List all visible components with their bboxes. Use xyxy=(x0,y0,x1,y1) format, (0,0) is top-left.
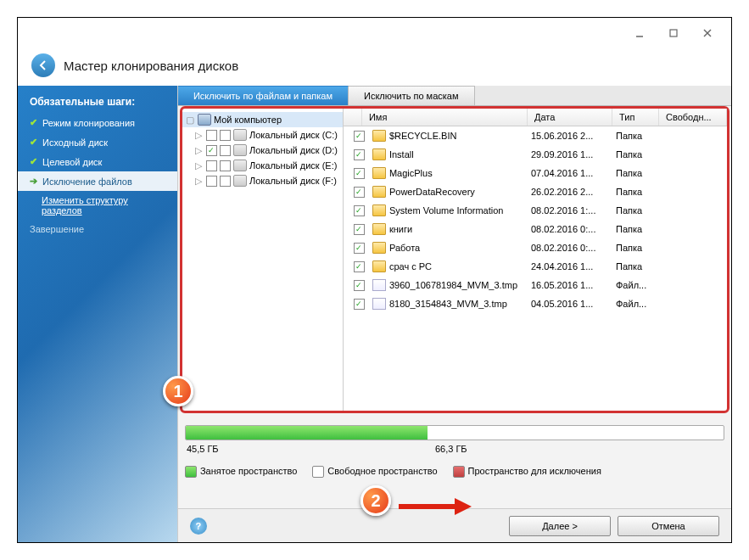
file-date: 29.09.2016 1... xyxy=(524,148,609,161)
maximize-button[interactable] xyxy=(657,23,690,43)
file-name: PowerDataRecovery xyxy=(389,187,475,197)
tree-drive-2[interactable]: ▷Локальный диск (E:) xyxy=(182,158,343,173)
tab-masks[interactable]: Исключить по маскам xyxy=(349,86,475,105)
checkbox[interactable]: ✓ xyxy=(354,261,365,272)
minimize-button[interactable] xyxy=(623,23,657,43)
file-date: 08.02.2016 0:... xyxy=(524,222,609,236)
sidebar-item-label: Целевой диск xyxy=(42,157,102,167)
checkbox[interactable]: ✓ xyxy=(354,168,365,179)
checkbox-2[interactable] xyxy=(220,160,231,171)
file-name: 3960_106781984_MVM_3.tmp xyxy=(389,280,517,290)
swatch-excl-icon xyxy=(453,466,465,478)
file-name: 8180_3154843_MVM_3.tmp xyxy=(389,299,507,309)
col-free[interactable]: Свободн... xyxy=(659,109,727,126)
expander-icon[interactable]: ▢ xyxy=(186,115,195,125)
col-name[interactable]: Имя xyxy=(362,109,528,126)
file-name: MagicPlus xyxy=(389,168,433,178)
file-icon xyxy=(372,298,386,310)
file-type: Файл... xyxy=(609,278,656,292)
disk-icon xyxy=(233,175,247,187)
file-type: Файл... xyxy=(609,297,656,311)
list-item[interactable]: ✓8180_3154843_MVM_3.tmp04.05.2016 1...Фа… xyxy=(344,294,727,313)
help-icon[interactable]: ? xyxy=(190,518,207,535)
tree-drive-1[interactable]: ▷✓Локальный диск (D:) xyxy=(182,143,343,158)
tree-drive-0[interactable]: ▷Локальный диск (C:) xyxy=(182,127,343,143)
expander-icon[interactable]: ▷ xyxy=(194,161,204,171)
sidebar-item-4[interactable]: Изменить структуру разделов xyxy=(18,191,177,220)
list-item[interactable]: ✓книги08.02.2016 0:...Папка xyxy=(344,220,727,238)
file-name: Install xyxy=(389,149,414,160)
sidebar-item-3[interactable]: ➔Исключение файлов xyxy=(18,171,177,191)
file-date: 24.04.2016 1... xyxy=(524,260,609,273)
checkbox-2[interactable] xyxy=(220,145,231,156)
used-label: 45,5 ГБ xyxy=(185,444,435,454)
list-item[interactable]: ✓System Volume Information08.02.2016 1:.… xyxy=(344,201,727,220)
list-item[interactable]: ✓$RECYCLE.BIN15.06.2016 2...Папка xyxy=(344,126,727,145)
list-item[interactable]: ✓срач с PC24.04.2016 1...Папка xyxy=(344,257,727,276)
content-panes: ▢ Мой компьютер ▷Локальный диск (C:)▷✓Ло… xyxy=(180,106,729,413)
drive-label: Локальный диск (F:) xyxy=(249,176,337,186)
file-date: 07.04.2016 1... xyxy=(524,166,609,180)
folder-icon xyxy=(372,204,386,216)
sidebar-item-0[interactable]: ✔Режим клонирования xyxy=(18,113,177,132)
drive-label: Локальный диск (D:) xyxy=(249,145,338,155)
back-button[interactable] xyxy=(31,53,55,77)
swatch-used-icon xyxy=(185,466,197,478)
main-panel: Исключить по файлам и папкам Исключить п… xyxy=(177,86,731,542)
checkbox[interactable]: ✓ xyxy=(354,280,365,291)
disk-icon xyxy=(233,144,247,156)
file-date: 15.06.2016 2... xyxy=(524,129,609,143)
checkbox[interactable]: ✓ xyxy=(354,205,365,216)
folder-icon xyxy=(372,167,386,179)
file-type: Папка xyxy=(609,204,656,217)
next-button[interactable]: Далее > xyxy=(509,516,611,536)
list-header: Имя Дата Тип Свободн... xyxy=(344,109,727,126)
checkbox[interactable] xyxy=(206,130,217,141)
header: Мастер клонирования дисков xyxy=(18,48,731,87)
checkbox[interactable]: ✓ xyxy=(354,131,365,142)
checkbox[interactable]: ✓ xyxy=(206,145,217,156)
checkbox[interactable]: ✓ xyxy=(354,224,365,235)
capacity-bar: 45,5 ГБ 66,3 ГБ xyxy=(185,425,724,454)
tree-view[interactable]: ▢ Мой компьютер ▷Локальный диск (C:)▷✓Ло… xyxy=(182,109,344,411)
col-date[interactable]: Дата xyxy=(528,109,612,126)
computer-icon xyxy=(198,114,211,126)
list-item[interactable]: ✓3960_106781984_MVM_3.tmp16.05.2016 1...… xyxy=(344,276,727,294)
list-item[interactable]: ✓MagicPlus07.04.2016 1...Папка xyxy=(344,164,727,182)
file-list[interactable]: Имя Дата Тип Свободн... ✓$RECYCLE.BIN15.… xyxy=(344,109,727,411)
drive-label: Локальный диск (C:) xyxy=(249,130,338,140)
page-title: Мастер клонирования дисков xyxy=(64,59,238,73)
disk-icon xyxy=(233,160,247,171)
checkbox[interactable]: ✓ xyxy=(354,187,365,198)
sidebar-item-2[interactable]: ✔Целевой диск xyxy=(18,152,177,171)
total-label: 66,3 ГБ xyxy=(435,444,467,454)
file-name: Работа xyxy=(389,243,420,253)
list-item[interactable]: ✓Работа08.02.2016 0:...Папка xyxy=(344,238,727,257)
list-item[interactable]: ✓PowerDataRecovery26.02.2016 2...Папка xyxy=(344,182,727,201)
sidebar-item-1[interactable]: ✔Исходный диск xyxy=(18,132,177,152)
expander-icon[interactable]: ▷ xyxy=(194,176,204,186)
checkbox[interactable]: ✓ xyxy=(354,149,365,160)
checkbox[interactable]: ✓ xyxy=(354,299,365,310)
tab-files[interactable]: Исключить по файлам и папкам xyxy=(178,86,349,105)
file-type: Папка xyxy=(609,129,656,143)
close-button[interactable] xyxy=(690,23,724,43)
checkbox-2[interactable] xyxy=(220,176,231,187)
capacity-free xyxy=(428,426,724,440)
sidebar-item-label: Исключение файлов xyxy=(42,176,132,187)
drive-label: Локальный диск (E:) xyxy=(249,160,338,171)
checkbox[interactable]: ✓ xyxy=(354,243,365,254)
sidebar-header: Обязательные шаги: xyxy=(18,91,177,113)
tree-root[interactable]: ▢ Мой компьютер xyxy=(182,112,343,127)
tree-drive-3[interactable]: ▷Локальный диск (F:) xyxy=(182,173,343,188)
col-type[interactable]: Тип xyxy=(612,109,659,126)
expander-icon[interactable]: ▷ xyxy=(194,131,204,140)
checkbox-2[interactable] xyxy=(220,130,231,141)
list-item[interactable]: ✓Install29.09.2016 1...Папка xyxy=(344,145,727,164)
checkbox[interactable] xyxy=(206,176,217,187)
checkbox[interactable] xyxy=(206,160,217,171)
check-icon: ✔ xyxy=(30,137,37,148)
folder-icon xyxy=(372,148,386,160)
cancel-button[interactable]: Отмена xyxy=(618,516,719,536)
expander-icon[interactable]: ▷ xyxy=(194,146,204,155)
